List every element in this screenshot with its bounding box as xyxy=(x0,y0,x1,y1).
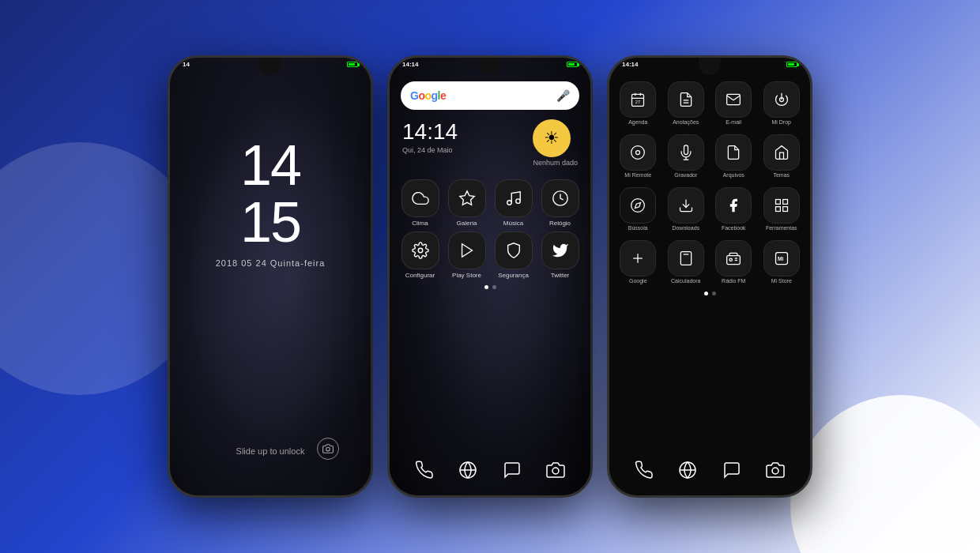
home-time-text: 14:14 xyxy=(402,119,458,145)
drawer-app-midrop[interactable]: Mi Drop xyxy=(760,78,805,128)
app-play-store[interactable]: Play Store xyxy=(446,231,488,279)
lock-minute: 15 xyxy=(240,194,300,250)
drawer-icon-agenda: 27 xyxy=(620,81,656,118)
home-bottom-dock xyxy=(390,453,590,487)
drawer-app-google[interactable]: Google xyxy=(616,237,661,287)
drawer-dock-phone[interactable] xyxy=(627,453,662,487)
svg-point-18 xyxy=(631,146,645,160)
phone-1-screen: 14 14 15 2018 05 24 Quinta-feira Slide u… xyxy=(170,58,371,495)
app-icon-musica xyxy=(495,179,533,217)
drawer-dot-1 xyxy=(704,292,708,295)
svg-point-5 xyxy=(418,248,423,253)
drawer-icon-radiofm xyxy=(715,240,752,276)
drawer-dot-2 xyxy=(712,292,716,295)
drawer-icon-gravador xyxy=(668,134,704,171)
svg-point-2 xyxy=(507,201,511,205)
phone-2-status-time: 14:14 xyxy=(402,61,418,68)
phone-3-battery-fill xyxy=(788,63,794,66)
drawer-label-arquivos: Arquivos xyxy=(723,172,744,178)
app-icon-play-store xyxy=(448,231,486,269)
app-configurar[interactable]: Configurar xyxy=(399,231,441,279)
app-label-galeria: Galeria xyxy=(457,220,477,227)
drawer-dock-camera[interactable] xyxy=(758,453,793,487)
phone-2-battery-tip xyxy=(578,63,579,66)
phone-1-status-icons xyxy=(347,62,358,67)
drawer-dots xyxy=(609,292,810,295)
lock-slide-text: Slide up to unlock xyxy=(236,446,305,456)
drawer-app-facebook[interactable]: Facebook xyxy=(711,184,756,234)
phone-3-battery xyxy=(786,62,797,67)
app-relogio[interactable]: Relógio xyxy=(539,179,581,227)
drawer-label-mistore: Mi Store xyxy=(771,278,792,284)
drawer-label-miremote: Mi Remote xyxy=(624,172,651,178)
app-label-play-store: Play Store xyxy=(452,272,481,279)
drawer-label-radiofm: Rádio FM xyxy=(722,278,745,284)
camera-icon xyxy=(317,438,339,460)
app-musica[interactable]: Música xyxy=(492,179,534,227)
svg-rect-31 xyxy=(680,252,691,265)
svg-point-9 xyxy=(552,468,559,474)
drawer-grid: 27 Agenda xyxy=(609,58,810,287)
dot-2 xyxy=(492,285,496,289)
drawer-app-agenda[interactable]: 27 Agenda xyxy=(616,78,661,128)
dock-browser[interactable] xyxy=(450,453,485,487)
drawer-app-gravador[interactable]: Gravador xyxy=(664,131,709,181)
home-time-info: 14:14 Qui, 24 de Maio xyxy=(402,119,458,154)
drawer-dock-messages[interactable] xyxy=(714,453,749,487)
home-date-text: Qui, 24 de Maio xyxy=(402,146,458,154)
drawer-label-downloads: Downloads xyxy=(672,225,699,231)
drawer-app-miremote[interactable]: Mi Remote xyxy=(616,131,661,181)
app-twitter[interactable]: Twitter xyxy=(539,231,581,279)
drawer-app-mistore[interactable]: Mi Mi Store xyxy=(760,237,805,287)
drawer-label-bussola: Bússola xyxy=(628,225,648,231)
drawer-app-bussola[interactable]: Bússola xyxy=(616,184,661,234)
google-search-bar[interactable]: Google 🎤 xyxy=(401,81,579,110)
drawer-label-facebook: Facebook xyxy=(722,225,746,231)
dock-messages[interactable] xyxy=(495,453,530,487)
drawer-label-temas: Temas xyxy=(773,172,790,178)
drawer-app-calculadora[interactable]: Calculadora xyxy=(664,237,709,287)
drawer-screen: 27 Agenda xyxy=(609,58,810,495)
drawer-app-anotacoes[interactable]: Anotações xyxy=(664,78,709,128)
drawer-icon-facebook xyxy=(715,187,752,224)
app-clima[interactable]: Clima xyxy=(399,179,441,227)
dock-camera[interactable] xyxy=(538,453,573,487)
svg-rect-25 xyxy=(775,200,780,205)
drawer-icon-mistore: Mi xyxy=(763,240,800,276)
app-icon-twitter xyxy=(541,231,579,269)
weather-label: Nenhum dado xyxy=(533,159,578,167)
drawer-icon-miremote xyxy=(620,134,656,171)
app-seguranca[interactable]: Segurança xyxy=(492,231,534,279)
app-label-clima: Clima xyxy=(412,220,428,227)
drawer-app-temas[interactable]: Temas xyxy=(760,131,805,181)
svg-rect-42 xyxy=(727,256,741,265)
drawer-app-radiofm[interactable]: Rádio FM xyxy=(711,237,756,287)
lock-camera xyxy=(317,438,339,460)
drawer-app-downloads[interactable]: Downloads xyxy=(664,184,709,234)
phone-1-battery xyxy=(347,62,358,67)
drawer-app-email[interactable]: E-mail xyxy=(711,78,756,128)
svg-rect-27 xyxy=(782,207,787,212)
phones-container: 14 14 15 2018 05 24 Quinta-feira Slide u… xyxy=(0,0,980,553)
svg-marker-1 xyxy=(459,191,473,205)
drawer-bottom-dock xyxy=(609,453,810,487)
drawer-app-ferramentas[interactable]: Ferramentas xyxy=(760,184,805,234)
app-galeria[interactable]: Galeria xyxy=(446,179,488,227)
drawer-label-google: Google xyxy=(629,278,647,284)
drawer-dock-browser[interactable] xyxy=(670,453,705,487)
drawer-label-calculadora: Calculadora xyxy=(671,278,700,284)
phone-3-status-icons xyxy=(786,62,797,67)
phone-2-status-icons xyxy=(567,62,578,67)
drawer-label-ferramentas: Ferramentas xyxy=(766,225,797,231)
phone-1-battery-tip xyxy=(358,63,360,66)
app-label-configurar: Configurar xyxy=(405,272,435,279)
drawer-app-arquivos[interactable]: Arquivos xyxy=(711,131,756,181)
svg-marker-6 xyxy=(462,244,472,258)
phone-3-battery-tip xyxy=(797,63,799,66)
dot-1 xyxy=(484,285,488,289)
svg-point-0 xyxy=(326,447,330,451)
app-label-musica: Música xyxy=(503,220,523,227)
dock-phone[interactable] xyxy=(407,453,442,487)
drawer-label-agenda: Agenda xyxy=(628,119,647,125)
phone-1-btn-left1 xyxy=(168,137,170,160)
